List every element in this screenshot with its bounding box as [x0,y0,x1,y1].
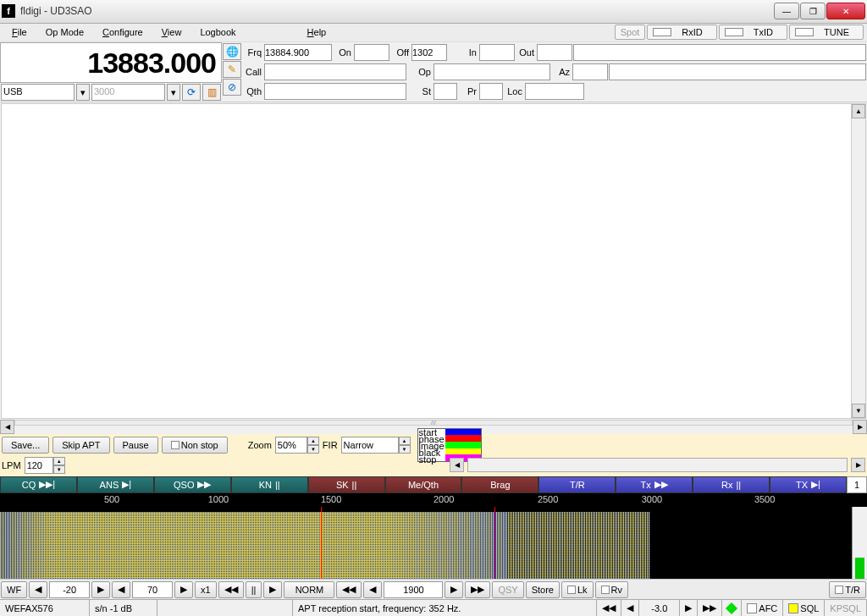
center-freq-input[interactable] [384,581,443,598]
close-button[interactable]: ✕ [826,3,865,19]
on-input[interactable] [354,44,389,61]
tr-button[interactable]: T/R [829,581,866,598]
sq-left1-icon[interactable]: ◀ [621,600,639,616]
splitter[interactable]: /// [14,420,853,426]
sq-value[interactable]: -3.0 [639,600,680,616]
rv-button[interactable]: Rv [595,581,628,598]
norm-button[interactable]: NORM [284,581,334,598]
macro-tx[interactable]: Tx▶▶ [616,476,693,493]
macro-set-number[interactable]: 1 [847,476,867,493]
macro-ans[interactable]: ANS▶| [77,476,154,493]
save-button[interactable]: Save... [2,437,49,454]
menu-opmode[interactable]: Op Mode [37,25,92,39]
pause-button[interactable]: Pause [113,437,158,454]
wf-right1-icon[interactable]: ▶ [91,581,110,598]
qth-input[interactable] [264,83,406,100]
fwd-icon[interactable]: ▶ [445,581,463,598]
sql-button[interactable]: SQL [783,600,825,616]
macro-tx2[interactable]: TX▶| [770,476,847,493]
wf-left2-icon[interactable]: ◀ [112,581,130,598]
nonstop-button[interactable]: Non stop [162,437,228,454]
x1-button[interactable]: x1 [195,581,217,598]
az-input[interactable] [572,63,608,80]
hscroll-right-icon[interactable]: ▶ [851,458,865,472]
notes-input[interactable] [573,44,866,61]
bandwidth-select[interactable]: 3000 [91,84,165,101]
hscroll-left-icon[interactable]: ◀ [450,458,464,472]
frq-input[interactable] [264,44,332,61]
wf-right2-icon[interactable]: ▶ [174,581,193,598]
waterfall-display[interactable] [0,507,867,580]
op-input[interactable] [434,63,550,80]
clear-icon[interactable]: ⊘ [223,79,241,96]
frequency-display[interactable]: 13883.000 [0,42,222,84]
out-input[interactable] [537,44,572,61]
afc-button[interactable]: AFC [742,600,783,616]
store-button[interactable]: Store [526,581,560,598]
in-input[interactable] [479,44,515,61]
sq-right-icon[interactable]: ▶▶ [698,600,722,616]
txid-button[interactable]: TxID [719,25,787,40]
menu-view[interactable]: View [153,25,191,39]
macro-qso[interactable]: QSO▶▶ [154,476,231,493]
sq-left-icon[interactable]: ◀◀ [597,600,621,616]
macro-sk[interactable]: SK|| [308,476,385,493]
macro-cq[interactable]: CQ▶▶| [0,476,77,493]
wf-left-icon[interactable]: ◀ [29,581,47,598]
scroll-right-icon[interactable]: ▶ [853,420,867,434]
zoom-input[interactable] [275,437,307,454]
call-input[interactable] [264,63,406,80]
rxid-button[interactable]: RxID [647,25,716,40]
globe-icon[interactable]: 🌐 [223,43,241,60]
macro-tr[interactable]: T/R [538,476,616,493]
scroll-down-icon[interactable]: ▼ [852,404,865,418]
pr-input[interactable] [479,83,503,100]
wf-pause-icon[interactable]: || [246,581,262,598]
mode-select[interactable]: USB [1,84,75,101]
fir-spinner[interactable]: ▲▼ [399,437,411,454]
macro-kn[interactable]: KN|| [231,476,308,493]
notes2-input[interactable] [609,63,866,80]
scroll-left-icon[interactable]: ◀ [0,420,14,434]
zoom-spinner[interactable]: ▲▼ [307,437,319,454]
maximize-button[interactable]: ❐ [800,3,826,19]
ffwd-icon[interactable]: ▶▶ [465,581,490,598]
menu-logbook[interactable]: Logbook [191,25,244,39]
book-icon[interactable]: ▥ [202,84,221,101]
qsy-button[interactable]: QSY [492,581,523,598]
skip-apt-button[interactable]: Skip APT [52,437,109,454]
wf-ll-icon[interactable]: ◀◀ [218,581,244,598]
lpm-input[interactable] [25,457,53,474]
refresh-icon[interactable]: ⟳ [182,84,201,101]
receive-text-pane[interactable]: ▲ ▼ [1,103,866,418]
off-input[interactable] [411,44,447,61]
brush-icon[interactable]: ✎ [223,61,241,78]
kpsql-button[interactable]: KPSQL [825,600,867,616]
spot-button[interactable]: Spot [615,25,646,40]
sq-right1-icon[interactable]: ▶ [680,600,698,616]
menu-file[interactable]: File [3,25,36,39]
lk-button[interactable]: Lk [561,581,594,598]
loc-input[interactable] [525,83,584,100]
hscroll-track[interactable] [467,458,848,472]
tune-button[interactable]: TUNE [789,25,864,40]
macro-brag[interactable]: Brag [461,476,538,493]
macro-rx[interactable]: Rx|| [693,476,770,493]
fir-input[interactable] [341,437,399,454]
lpm-spinner[interactable]: ▲▼ [53,457,65,474]
back-icon[interactable]: ◀ [363,581,382,598]
scrollbar-v[interactable]: ▲ ▼ [851,104,865,417]
status-mode[interactable]: WEFAX576 [0,600,90,616]
wf-play-icon[interactable]: ▶ [263,581,282,598]
rew-icon[interactable]: ◀◀ [336,581,362,598]
st-input[interactable] [434,83,457,100]
wf-level1-input[interactable] [49,581,90,598]
minimize-button[interactable]: — [774,3,799,19]
mode-dropdown-icon[interactable]: ▾ [76,84,90,101]
menu-help[interactable]: Help [299,25,335,39]
menu-configure[interactable]: Configure [94,25,152,39]
macro-meqth[interactable]: Me/Qth [385,476,462,493]
bw-dropdown-icon[interactable]: ▾ [167,84,180,101]
scroll-up-icon[interactable]: ▲ [852,104,865,118]
wf-button[interactable]: WF [1,581,27,598]
